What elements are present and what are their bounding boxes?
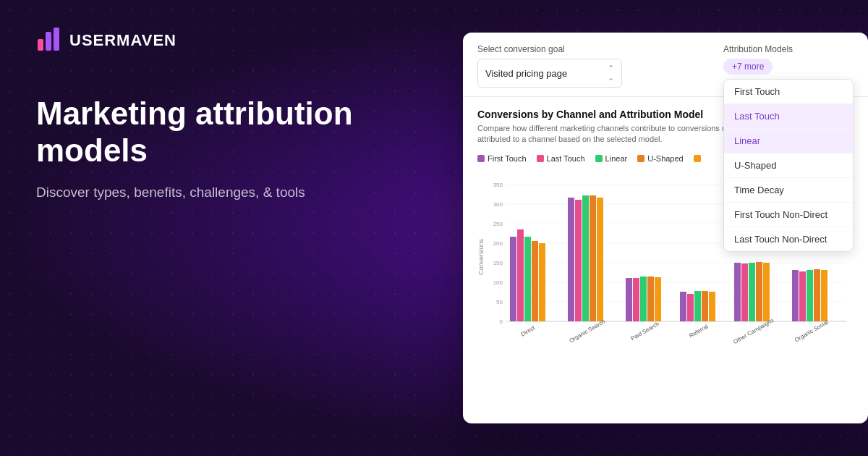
legend-label-linear: Linear <box>605 154 628 163</box>
dropdown-item-last-touch-nd[interactable]: Last Touch Non-Direct <box>724 227 853 251</box>
svg-text:100: 100 <box>493 279 503 286</box>
goal-section: Select conversion goal Visited pricing p… <box>477 44 723 88</box>
svg-rect-1 <box>46 32 51 51</box>
legend-label-last-touch: Last Touch <box>547 154 585 163</box>
bar-other-2 <box>741 263 748 321</box>
bar-referral-1 <box>680 292 686 321</box>
svg-text:350: 350 <box>493 182 503 188</box>
legend-label-first-touch: First Touch <box>488 154 527 163</box>
x-label-referral: Referral <box>688 323 709 339</box>
goal-label: Select conversion goal <box>477 44 723 54</box>
bar-paid-3 <box>640 276 647 321</box>
dropdown-item-linear[interactable]: Linear <box>724 129 853 153</box>
bar-direct-3 <box>524 237 531 321</box>
y-axis-label: Conversions <box>477 238 485 275</box>
x-label-direct: Direct <box>519 324 536 338</box>
svg-text:200: 200 <box>493 240 503 247</box>
goal-arrow-icon: ⌃⌄ <box>608 64 614 83</box>
bar-paid-2 <box>633 278 639 321</box>
bar-organic-4 <box>590 195 596 321</box>
bar-social-2 <box>799 271 806 321</box>
bar-paid-5 <box>655 277 661 321</box>
svg-text:300: 300 <box>493 201 503 208</box>
dropdown-item-last-touch[interactable]: Last Touch <box>724 104 853 129</box>
attr-dropdown-menu: First Touch Last Touch Linear U-Shaped T… <box>723 79 854 252</box>
main-title: Marketing attribution models <box>36 96 412 169</box>
screenshot-card: Select conversion goal Visited pricing p… <box>463 33 868 423</box>
bar-other-5 <box>763 263 770 321</box>
bar-organic-1 <box>568 198 574 321</box>
svg-text:50: 50 <box>496 299 503 305</box>
x-label-organic: Organic Search <box>568 318 606 344</box>
attr-label: Attribution Models <box>723 44 854 54</box>
logo-text: USERMAVEN <box>69 31 176 50</box>
bar-other-3 <box>749 263 755 321</box>
svg-text:0: 0 <box>500 318 503 325</box>
attr-section: Attribution Models +7 more First Touch L… <box>723 44 854 75</box>
bar-social-5 <box>821 270 827 321</box>
svg-rect-0 <box>38 39 43 51</box>
bar-direct-2 <box>517 229 524 321</box>
attr-badge[interactable]: +7 more <box>723 59 773 75</box>
legend-linear: Linear <box>595 154 628 163</box>
sub-title: Discover types, benefits, challenges, & … <box>36 185 427 200</box>
bar-other-4 <box>756 262 762 321</box>
attr-dropdown: +7 more First Touch Last Touch Linear U-… <box>723 59 854 75</box>
goal-value: Visited pricing page <box>485 68 567 79</box>
legend-dot-first-touch <box>477 155 485 162</box>
bar-referral-5 <box>709 292 715 321</box>
x-label-paid: Paid Search <box>630 321 660 342</box>
bar-social-3 <box>807 270 813 321</box>
bar-direct-4 <box>532 241 538 321</box>
x-label-social: Organic Social <box>793 318 830 343</box>
bar-organic-5 <box>597 198 603 321</box>
goal-select[interactable]: Visited pricing page ⌃⌄ <box>477 59 622 88</box>
legend-extra <box>694 154 701 163</box>
bar-paid-1 <box>626 278 632 321</box>
bar-organic-2 <box>575 200 582 321</box>
legend-dot-extra <box>694 155 701 162</box>
logo-svg <box>36 26 62 52</box>
bar-paid-4 <box>647 276 654 321</box>
bar-social-1 <box>792 270 799 321</box>
top-bar: Select conversion goal Visited pricing p… <box>463 33 868 97</box>
legend-label-u-shaped: U-Shaped <box>647 154 684 163</box>
svg-text:150: 150 <box>493 260 503 266</box>
legend-dot-u-shaped <box>637 155 644 162</box>
bar-direct-5 <box>539 243 545 321</box>
bar-referral-3 <box>694 291 701 321</box>
legend-dot-last-touch <box>537 155 544 162</box>
legend-u-shaped: U-Shaped <box>637 154 684 163</box>
dropdown-item-time-decay[interactable]: Time Decay <box>724 178 853 203</box>
dropdown-item-u-shaped[interactable]: U-Shaped <box>724 153 853 178</box>
bar-organic-3 <box>582 195 589 321</box>
bar-other-1 <box>734 263 741 321</box>
svg-rect-2 <box>54 28 59 51</box>
bar-referral-4 <box>702 291 708 321</box>
logo-icon <box>36 29 62 52</box>
legend-dot-linear <box>595 155 603 162</box>
legend-first-touch: First Touch <box>477 154 527 163</box>
legend-last-touch: Last Touch <box>537 154 585 163</box>
dropdown-item-first-touch[interactable]: First Touch <box>724 80 853 104</box>
logo: USERMAVEN <box>36 29 427 52</box>
bar-social-4 <box>814 269 820 321</box>
bar-direct-1 <box>510 237 516 321</box>
dropdown-item-first-touch-nd[interactable]: First Touch Non-Direct <box>724 203 853 227</box>
svg-text:250: 250 <box>493 221 503 227</box>
bar-referral-2 <box>687 294 694 321</box>
